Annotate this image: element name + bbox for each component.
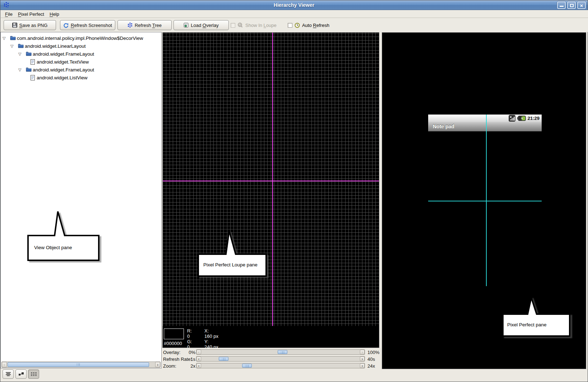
expander-arrow-icon[interactable]: ▽ (18, 52, 21, 56)
scroll-right-icon[interactable]: › (155, 362, 160, 367)
loupe-icon (237, 22, 243, 28)
cursor-position-readout: X:160 px Y:240 px (204, 328, 218, 350)
hierarchy-viewer-window: Hierarchy Viewer × File Pixel Perfect He… (0, 0, 588, 382)
refresh-rate-slider-row: Refresh Rate: 1s ‹ › 40s (162, 356, 379, 362)
minimize-button[interactable] (557, 1, 566, 9)
folder-icon (18, 43, 24, 48)
slider-panel: Overlay: 0% ‹ › 100% Refresh Rate: 1s ‹ … (162, 348, 379, 370)
battery-charging-icon (517, 116, 526, 121)
window-title: Hierarchy Viewer (0, 2, 588, 8)
show-in-loupe-label: Show In Loupe (245, 23, 277, 28)
tree-dots-icon (128, 23, 133, 28)
color-hex-value: #000000 (164, 341, 182, 346)
zoom-slider-thumb[interactable] (242, 364, 252, 368)
auto-refresh-group: Auto Refresh (288, 21, 329, 29)
scroll-right-icon[interactable]: › (360, 350, 365, 354)
zoom-label: Zoom: (163, 363, 176, 369)
expander-arrow-icon[interactable]: ▽ (3, 36, 5, 41)
refresh-rate-slider-thumb[interactable] (219, 357, 228, 361)
load-overlay-button[interactable]: Load Overlay (173, 20, 229, 30)
pixel-perfect-crosshair-vertical (486, 115, 487, 286)
menu-pixel-perfect[interactable]: Pixel Perfect (17, 11, 46, 17)
loupe-crosshair-vertical (272, 33, 273, 327)
close-button[interactable]: × (577, 1, 586, 9)
list-view-button[interactable] (3, 369, 14, 379)
overlay-icon (184, 23, 189, 28)
refresh-icon (63, 23, 69, 28)
refresh-screenshot-button[interactable]: Refresh Screenshot (60, 20, 115, 30)
grid-view-button[interactable] (28, 369, 39, 379)
scrollbar-thumb[interactable] (8, 362, 149, 367)
tree-node-label: android.widget.LinearLayout (25, 43, 86, 49)
show-in-loupe-checkbox[interactable] (231, 23, 235, 28)
zoom-slider[interactable]: ‹ › (196, 363, 365, 368)
device-app-title-bar: Note pad (428, 122, 542, 131)
title-bar: Hierarchy Viewer × (0, 0, 588, 10)
scroll-right-icon[interactable]: › (360, 357, 365, 361)
device-clock: 21:29 (528, 116, 540, 121)
menu-file[interactable]: File (4, 11, 14, 17)
tree-layout-view-button[interactable] (15, 369, 27, 379)
auto-refresh-label: Auto Refresh (302, 23, 329, 28)
close-icon: × (578, 3, 585, 9)
callout-label: Pixel Perfect pane (507, 322, 547, 327)
scroll-left-icon[interactable]: ‹ (196, 363, 201, 368)
signal-icon (509, 115, 515, 122)
view-object-pane: ▽ com.android.internal.policy.impl.Phone… (0, 32, 162, 368)
refresh-tree-button[interactable]: Refresh Tree (117, 20, 172, 30)
callout-pixel-perfect-loupe-pane: Pixel Perfect Loupe pane (198, 230, 268, 278)
folder-icon (10, 36, 16, 40)
zoom-current-value: 2x (180, 363, 195, 369)
document-icon (31, 75, 35, 80)
zoom-slider-row: Zoom: 2x ‹ › 24x (162, 363, 379, 369)
load-overlay-label: Load Overlay (191, 23, 218, 28)
tree-node-label: android.widget.FrameLayout (33, 67, 94, 73)
menu-bar: File Pixel Perfect Help (1, 10, 588, 18)
refresh-rate-slider[interactable]: ‹ › (196, 356, 365, 362)
overlay-slider[interactable]: ‹ › (196, 349, 365, 355)
loupe-crosshair-horizontal (163, 181, 379, 181)
document-icon (31, 59, 35, 65)
loupe-color-info: #000000 R:0 G:0 B:0 X:160 px Y:240 px (163, 326, 379, 348)
clock-icon (295, 23, 300, 28)
expander-arrow-icon[interactable]: ▽ (10, 44, 13, 48)
scroll-right-icon[interactable]: › (360, 363, 365, 368)
refresh-tree-label: Refresh Tree (135, 23, 162, 28)
callout-pixel-perfect-pane: Pixel Perfect pane (502, 297, 572, 338)
pixel-perfect-loupe-pane[interactable]: #000000 R:0 G:0 B:0 X:160 px Y:240 px (162, 32, 379, 348)
scroll-left-icon[interactable]: ‹ (196, 350, 201, 354)
scroll-left-icon[interactable]: ‹ (196, 357, 201, 361)
save-as-png-label: Save as PNG (19, 23, 48, 28)
refresh-screenshot-label: Refresh Screenshot (71, 23, 112, 28)
x-value: 160 px (204, 334, 218, 339)
tree-node-label: com.android.internal.policy.impl.PhoneWi… (17, 36, 143, 41)
overlay-label: Overlay: (163, 350, 180, 355)
refresh-rate-max-value: 40s (367, 357, 375, 362)
auto-refresh-checkbox[interactable] (288, 23, 292, 28)
overlay-max-value: 100% (367, 350, 379, 355)
tree-node-label: android.widget.TextView (37, 59, 89, 65)
minimize-icon (560, 6, 564, 7)
overlay-slider-thumb[interactable] (278, 350, 287, 354)
toolbar: Save as PNG Refresh Screenshot Refresh T… (1, 18, 588, 32)
device-app-title: Note pad (433, 124, 454, 129)
tree-node-label: android.widget.ListView (37, 75, 88, 80)
callout-label: Pixel Perfect Loupe pane (203, 262, 258, 267)
tree-horizontal-scrollbar[interactable]: ‹ › (1, 362, 161, 368)
grid-view-icon (31, 372, 37, 376)
overlay-current-value: 0% (180, 350, 195, 355)
scroll-left-icon[interactable]: ‹ (2, 362, 7, 367)
pixel-perfect-crosshair-horizontal (428, 201, 542, 201)
folder-icon (26, 51, 32, 56)
save-icon (12, 23, 17, 28)
maximize-button[interactable] (567, 1, 576, 9)
expander-arrow-icon[interactable]: ▽ (18, 67, 21, 72)
show-in-loupe-group: Show In Loupe (231, 21, 277, 29)
menu-help[interactable]: Help (48, 11, 61, 17)
maximize-icon (570, 4, 574, 7)
save-as-png-button[interactable]: Save as PNG (4, 20, 56, 30)
list-view-icon (5, 372, 11, 376)
zoom-max-value: 24x (367, 363, 375, 369)
refresh-rate-current-value: 1s (180, 357, 195, 362)
callout-view-object-pane: View Object pane (27, 210, 101, 262)
